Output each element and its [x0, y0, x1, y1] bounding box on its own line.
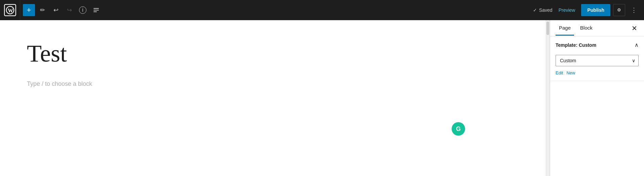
gear-icon: ⚙ [617, 7, 621, 12]
sidebar-tabs: Page Block ✕ [550, 20, 644, 36]
grammarly-icon[interactable]: G [452, 122, 465, 136]
redo-icon: ↪ [67, 6, 72, 14]
more-options-button[interactable]: ⋮ [628, 4, 640, 16]
add-block-button[interactable]: + [23, 4, 35, 16]
info-button[interactable]: i [77, 4, 89, 16]
more-icon: ⋮ [631, 6, 637, 14]
redo-button[interactable]: ↪ [63, 4, 75, 16]
sidebar-panel: Page Block ✕ Template: Custom ∧ Custom [550, 20, 644, 176]
saved-label: Saved [539, 7, 553, 13]
block-placeholder[interactable]: Type / to choose a block [27, 80, 519, 87]
settings-button[interactable]: ⚙ [613, 4, 625, 16]
template-section-header[interactable]: Template: Custom ∧ [550, 36, 644, 54]
template-body: Custom Default Template Full Width ∨ Edi… [550, 54, 644, 81]
check-icon: ✓ [533, 7, 537, 13]
toolbar-right-actions: ✓ Saved Preview Publish ⚙ ⋮ [529, 4, 644, 16]
info-icon: i [79, 6, 86, 14]
undo-button[interactable]: ↩ [50, 4, 62, 16]
svg-text:W: W [8, 7, 13, 13]
pencil-icon: ✏ [40, 6, 45, 14]
list-icon [93, 8, 99, 12]
template-title: Template: Custom [556, 42, 596, 48]
page-title: Test [27, 40, 519, 67]
sidebar-close-button[interactable]: ✕ [630, 24, 639, 33]
toolbar-left-actions: + ✏ ↩ ↪ i [20, 4, 529, 16]
editor-scrollbar[interactable] [546, 20, 550, 176]
main-container: Test Type / to choose a block G Page Blo… [0, 20, 644, 176]
saved-status: ✓ Saved [533, 7, 553, 13]
undo-icon: ↩ [53, 6, 59, 14]
edit-template-link[interactable]: Edit [556, 70, 563, 75]
sidebar-content: Template: Custom ∧ Custom Default Templa… [550, 36, 644, 176]
main-toolbar: W + ✏ ↩ ↪ i ✓ Saved Preview [0, 0, 644, 20]
list-view-button[interactable] [90, 4, 102, 16]
tab-block[interactable]: Block [577, 21, 596, 36]
chevron-up-icon: ∧ [635, 42, 639, 48]
edit-tool-button[interactable]: ✏ [36, 4, 48, 16]
tab-page[interactable]: Page [556, 21, 574, 36]
preview-button[interactable]: Preview [555, 5, 579, 15]
template-section: Template: Custom ∧ Custom Default Templa… [550, 36, 644, 81]
publish-button[interactable]: Publish [581, 4, 610, 16]
close-icon: ✕ [632, 25, 637, 32]
template-links: Edit New [556, 70, 639, 75]
template-select-wrapper: Custom Default Template Full Width ∨ [556, 55, 639, 66]
wp-logo-button[interactable]: W [0, 0, 20, 20]
template-select[interactable]: Custom Default Template Full Width [556, 55, 639, 66]
editor-area[interactable]: Test Type / to choose a block G [0, 20, 546, 176]
scrollbar-thumb [546, 22, 549, 35]
new-template-link[interactable]: New [566, 70, 575, 75]
